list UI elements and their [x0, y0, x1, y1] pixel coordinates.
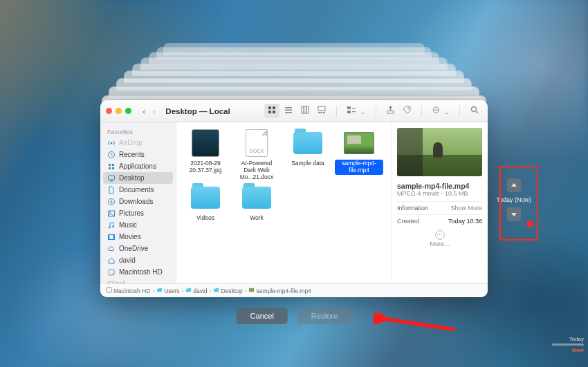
view-mode-group[interactable] — [264, 104, 329, 118]
svg-rect-42 — [109, 270, 114, 275]
gallery-view-button[interactable] — [314, 104, 329, 118]
show-more-link[interactable]: Show More — [450, 205, 482, 211]
back-button[interactable]: ‹ — [140, 104, 149, 118]
sidebar-item-music[interactable]: Music — [100, 219, 176, 231]
preview-subtitle: MPEG-4 movie - 10,5 MB — [397, 190, 482, 197]
path-segment-icon — [185, 287, 192, 294]
icon-view-button[interactable] — [264, 104, 279, 118]
group-by-button[interactable]: ⌄ — [344, 104, 368, 118]
path-segment[interactable]: Users — [156, 287, 179, 294]
doc-icon — [107, 186, 116, 194]
sidebar-item-recents[interactable]: Recents — [100, 149, 176, 160]
preview-info-row: CreatedToday 10:36 — [397, 214, 482, 227]
sidebar-item-label: david — [119, 256, 136, 264]
airdrop-icon — [107, 139, 116, 147]
sidebar-item-macintosh-hd[interactable]: Macintosh HD — [100, 266, 176, 278]
svg-point-38 — [112, 225, 114, 227]
file-label: 2021-08-29 20.37.37.jpg — [181, 160, 230, 175]
file-item[interactable]: 2021-08-29 20.37.37.jpg — [181, 129, 230, 181]
path-segment-icon — [248, 287, 255, 294]
path-segment[interactable]: sample-mp4-file.mp4 — [248, 287, 311, 294]
path-bar[interactable]: Macintosh HD›Users›david›Desktop›sample-… — [100, 283, 488, 297]
zoom-icon[interactable] — [125, 108, 131, 114]
file-item[interactable]: Work — [232, 184, 282, 223]
sidebar-item-desktop[interactable]: Desktop — [103, 172, 173, 184]
svg-point-21 — [434, 109, 436, 111]
svg-rect-4 — [285, 107, 292, 109]
minimize-icon[interactable] — [116, 108, 122, 114]
svg-point-36 — [109, 211, 111, 213]
svg-rect-12 — [321, 112, 323, 113]
svg-rect-18 — [387, 111, 394, 114]
action-menu-button[interactable]: ⌄ — [429, 104, 452, 118]
file-item[interactable]: Sample data — [283, 129, 333, 181]
column-view-button[interactable] — [297, 104, 313, 118]
sidebar-item-movies[interactable]: Movies — [100, 231, 176, 243]
sidebar-item-label: Macintosh HD — [119, 268, 163, 276]
sidebar-item-label: AirDrop — [119, 139, 143, 147]
svg-rect-11 — [318, 112, 320, 113]
sidebar-item-label: Applications — [119, 162, 156, 170]
path-segment[interactable]: david — [185, 287, 207, 294]
svg-rect-8 — [304, 106, 306, 113]
timeline-up-button[interactable] — [507, 178, 521, 192]
movies-icon — [107, 233, 116, 241]
window-controls[interactable] — [106, 108, 131, 114]
sidebar-item-documents[interactable]: Documents — [100, 184, 176, 196]
folder-icon — [293, 132, 322, 154]
path-segment-icon — [156, 287, 163, 294]
desktop-icon — [107, 174, 116, 182]
svg-rect-16 — [352, 108, 356, 109]
file-grid[interactable]: 2021-08-29 20.37.37.jpgDOCXAI-Powered Da… — [176, 122, 391, 283]
sidebar-item-david[interactable]: david — [100, 254, 176, 266]
preview-row-key: Created — [397, 218, 419, 225]
svg-rect-44 — [107, 288, 111, 292]
svg-rect-1 — [273, 106, 275, 109]
timeline-track[interactable] — [552, 344, 584, 346]
apps-icon — [107, 162, 116, 171]
sidebar-item-onedrive[interactable]: OneDrive — [100, 243, 176, 254]
chevron-right-icon: › — [152, 288, 154, 294]
close-icon[interactable] — [106, 108, 112, 114]
svg-point-23 — [437, 109, 438, 111]
toolbar: ‹ › Desktop — Local ⌄ — [100, 100, 488, 122]
sidebar-item-pictures[interactable]: Pictures — [100, 207, 176, 219]
svg-rect-6 — [285, 112, 292, 113]
tags-button[interactable] — [399, 104, 414, 118]
more-actions-icon[interactable]: ⋯ — [435, 230, 445, 240]
image-file-icon — [192, 129, 219, 157]
svg-point-26 — [111, 142, 113, 144]
path-segment-label: Users — [164, 288, 179, 294]
timeline-down-button[interactable] — [507, 207, 521, 221]
svg-rect-31 — [112, 167, 114, 169]
chevron-right-icon: › — [181, 288, 183, 294]
svg-rect-29 — [112, 164, 114, 166]
document-file-icon: DOCX — [246, 129, 268, 157]
file-item[interactable]: sample-mp4-file.mp4 — [334, 129, 384, 181]
timeline-nav: Today (Now) — [496, 178, 531, 221]
svg-rect-0 — [268, 106, 271, 109]
list-view-button[interactable] — [281, 104, 296, 118]
path-segment-label: sample-mp4-file.mp4 — [256, 288, 311, 294]
path-segment[interactable]: Macintosh HD — [106, 287, 150, 294]
timeline-indicator: Today Now — [552, 336, 584, 353]
search-button[interactable] — [467, 104, 482, 118]
sidebar-item-label: Music — [119, 221, 137, 229]
restore-button[interactable]: Restore — [297, 308, 352, 324]
forward-button[interactable]: › — [150, 104, 159, 118]
action-bar: Cancel Restore — [237, 308, 352, 324]
cancel-button[interactable]: Cancel — [237, 308, 288, 324]
file-item[interactable]: DOCXAI-Powered Dark Web Mo...21.docx — [232, 129, 282, 181]
share-button[interactable] — [383, 104, 398, 118]
preview-info-header: Information — [397, 205, 428, 211]
svg-rect-17 — [352, 111, 356, 112]
chevron-right-icon: › — [210, 288, 212, 294]
preview-more-label[interactable]: More... — [430, 241, 449, 247]
path-segment[interactable]: Desktop — [213, 287, 242, 294]
svg-rect-2 — [268, 111, 271, 113]
sidebar-item-applications[interactable]: Applications — [100, 160, 176, 172]
svg-rect-33 — [110, 180, 113, 182]
file-item[interactable]: Videos — [181, 184, 230, 223]
svg-rect-45 — [249, 288, 254, 292]
sidebar-item-downloads[interactable]: Downloads — [100, 196, 176, 207]
